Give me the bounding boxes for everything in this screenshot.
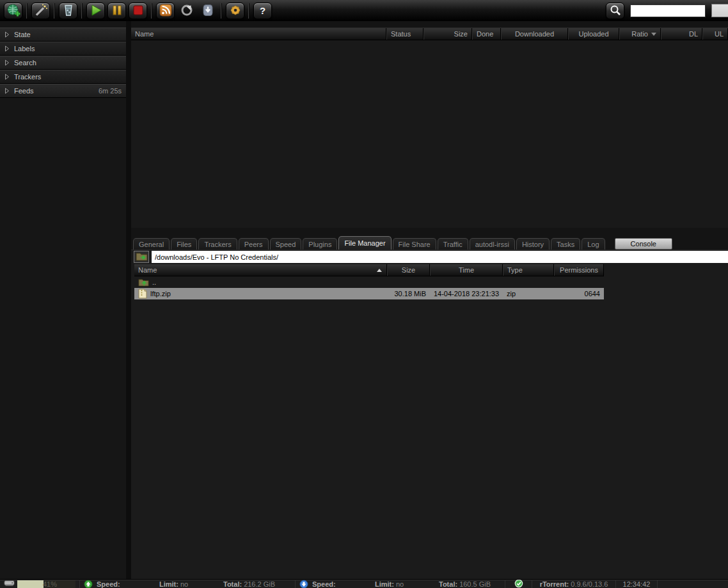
get-file-icon — [201, 3, 215, 19]
zip-file-icon — [138, 289, 147, 299]
toolbar-separator — [221, 3, 222, 19]
help-icon: ? — [260, 5, 265, 16]
open-folder-button[interactable] — [134, 251, 149, 263]
partial-button[interactable] — [711, 4, 728, 17]
pause-button[interactable] — [107, 3, 126, 19]
tab-files[interactable]: Files — [171, 238, 197, 250]
file-table: Name Size Time Type Permissions .. — [134, 264, 604, 299]
tab-tasks[interactable]: Tasks — [551, 238, 580, 250]
search-button[interactable] — [606, 3, 624, 19]
rutorrent-app: ? State Labels Search Trackers Feeds 6m … — [0, 0, 728, 588]
expand-arrow-icon[interactable] — [4, 74, 10, 80]
upload-stats-segment: Speed: Limit: no Total: 216.2 GiB — [80, 580, 296, 588]
expand-arrow-icon[interactable] — [4, 31, 10, 38]
sidebar-item-label: Feeds — [14, 87, 34, 95]
add-torrent-icon — [6, 3, 20, 19]
folder-go-icon — [136, 251, 148, 263]
upload-arrow-icon — [84, 580, 93, 588]
get-file-button[interactable] — [198, 3, 217, 19]
tab-speed[interactable]: Speed — [270, 238, 302, 250]
column-header-done[interactable]: Done — [472, 28, 501, 40]
tab-console[interactable]: Console — [615, 238, 672, 250]
limit-value[interactable]: no — [180, 580, 188, 588]
column-header-name[interactable]: Name — [131, 28, 386, 40]
disk-space-bar: 41% — [17, 580, 75, 588]
server-time: 12:34:42 — [623, 580, 651, 588]
tab-trackers[interactable]: Trackers — [198, 238, 237, 250]
create-torrent-button[interactable] — [31, 3, 50, 19]
status-bar: 41% Speed: Limit: no Total: 216.2 GiB Sp… — [0, 579, 728, 588]
add-torrent-button[interactable] — [4, 3, 22, 19]
start-button[interactable] — [86, 3, 105, 19]
folder-up-icon — [138, 278, 149, 287]
column-header-uploaded[interactable]: Uploaded — [568, 28, 619, 40]
stop-icon — [131, 3, 145, 19]
sidebar-item-search[interactable]: Search — [0, 56, 126, 70]
start-icon — [89, 3, 103, 19]
tab-autodl-irssi[interactable]: autodl-irssi — [470, 238, 515, 250]
search-input[interactable] — [630, 4, 706, 17]
tab-plugins[interactable]: Plugins — [303, 238, 337, 250]
settings-button[interactable] — [226, 3, 244, 19]
remove-torrent-button[interactable] — [59, 3, 77, 19]
limit-label[interactable]: Limit: — [375, 580, 394, 588]
sidebar-item-trackers[interactable]: Trackers — [0, 70, 126, 84]
toolbar-separator — [54, 3, 55, 19]
column-header-size[interactable]: Size — [423, 28, 472, 40]
sort-asc-icon — [377, 269, 382, 272]
rss-button[interactable] — [156, 3, 175, 19]
path-input[interactable] — [152, 251, 728, 263]
path-bar — [131, 250, 728, 264]
clock-segment: 12:34:42 — [616, 580, 658, 588]
sidebar-item-feeds[interactable]: Feeds 6m 25s — [0, 84, 126, 98]
status-bar-empty — [658, 580, 728, 588]
speed-label: Speed: — [312, 580, 336, 588]
vertical-splitter[interactable] — [126, 21, 131, 579]
column-header-size[interactable]: Size — [387, 264, 430, 276]
hard-disk-icon — [4, 579, 15, 588]
column-header-ratio[interactable]: Ratio — [619, 28, 661, 40]
column-header-name[interactable]: Name — [134, 264, 387, 276]
column-header-type[interactable]: Type — [503, 264, 554, 276]
expand-arrow-icon[interactable] — [4, 45, 10, 52]
connection-status-segment — [505, 580, 532, 588]
column-header-ul[interactable]: UL — [702, 28, 728, 40]
sidebar-item-label: Search — [14, 59, 36, 67]
client-version-segment: rTorrent: 0.9.6/0.13.6 — [532, 580, 616, 588]
limit-value[interactable]: no — [396, 580, 404, 588]
column-header-time[interactable]: Time — [430, 264, 503, 276]
column-header-downloaded[interactable]: Downloaded — [501, 28, 568, 40]
stop-button[interactable] — [129, 3, 147, 19]
scheduler-button[interactable] — [177, 3, 196, 19]
limit-label[interactable]: Limit: — [159, 580, 178, 588]
column-header-status[interactable]: Status — [386, 28, 423, 40]
file-row-lftp-zip[interactable]: lftp.zip 30.18 MiB 14-04-2018 23:21:33 z… — [134, 288, 604, 299]
rtorrent-label: rTorrent: — [540, 580, 569, 588]
sidebar: State Labels Search Trackers Feeds 6m 25… — [0, 21, 126, 579]
file-row-parent-dir[interactable]: .. — [134, 276, 604, 288]
tab-history[interactable]: History — [516, 238, 550, 250]
sidebar-item-state[interactable]: State — [0, 28, 126, 42]
toolbar-separator — [81, 3, 83, 19]
expand-arrow-icon[interactable] — [4, 60, 10, 66]
scheduler-icon — [180, 3, 194, 19]
help-button[interactable]: ? — [253, 3, 272, 19]
expand-arrow-icon[interactable] — [4, 88, 10, 94]
file-name: .. — [152, 278, 156, 286]
download-stats-segment: Speed: Limit: no Total: 160.5 GiB — [296, 580, 505, 588]
tab-log[interactable]: Log — [582, 238, 605, 250]
column-header-permissions[interactable]: Permissions — [554, 264, 604, 276]
tab-general[interactable]: General — [133, 238, 170, 250]
torrent-list-body[interactable] — [131, 40, 728, 228]
tab-file-manager[interactable]: File Manager — [338, 236, 391, 250]
column-header-dl[interactable]: DL — [661, 28, 702, 40]
tab-traffic[interactable]: Traffic — [438, 238, 468, 250]
sidebar-item-labels[interactable]: Labels — [0, 42, 126, 56]
file-table-header: Name Size Time Type Permissions — [134, 264, 604, 276]
total-value: 160.5 GiB — [459, 580, 491, 588]
pause-icon — [110, 3, 124, 19]
speed-label: Speed: — [97, 580, 120, 588]
disk-space-fill — [17, 580, 44, 588]
tab-peers[interactable]: Peers — [239, 238, 269, 250]
tab-file-share[interactable]: File Share — [393, 238, 436, 250]
